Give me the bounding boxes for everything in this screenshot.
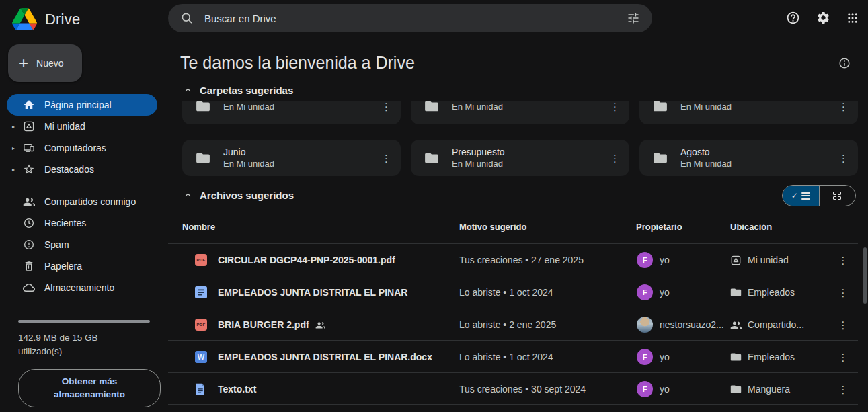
list-view-icon: [801, 192, 810, 200]
topbar-actions: [786, 11, 859, 25]
sidebar-item-my-drive[interactable]: ▸ Mi unidad: [7, 116, 157, 137]
more-options-button[interactable]: ⋮: [838, 384, 849, 395]
search-bar[interactable]: [168, 4, 652, 32]
storage-progress-bar: [18, 320, 150, 323]
sidebar-item-label: Almacenamiento: [44, 282, 114, 293]
owner-avatar: F: [637, 252, 653, 268]
column-header-owner[interactable]: Propietario: [636, 222, 682, 232]
get-more-storage-button[interactable]: Obtener más almacenamiento: [18, 369, 161, 407]
folder-icon: [424, 152, 439, 164]
table-row[interactable]: PDF CIRCULAR DGCP44-PNP-2025-0001.pdf Tu…: [168, 243, 858, 276]
check-icon: ✓: [791, 191, 798, 200]
folder-card-presupuesto[interactable]: Presupuesto En Mi unidad ⋮: [411, 140, 629, 176]
folder-cards-row-clipped: En Mi unidad ⋮ En Mi unidad ⋮ En Mi unid…: [182, 101, 858, 124]
table-header: Nombre Motivo sugerido Propietario Ubica…: [168, 222, 858, 237]
folder-card[interactable]: En Mi unidad ⋮: [639, 101, 858, 124]
owner-avatar: F: [637, 284, 653, 300]
word-file-icon: W: [195, 351, 207, 363]
file-location: Mi unidad: [748, 255, 789, 265]
more-options-button[interactable]: ⋮: [381, 101, 391, 112]
folder-card[interactable]: En Mi unidad ⋮: [411, 101, 629, 124]
folder-card[interactable]: En Mi unidad ⋮: [182, 101, 401, 124]
table-row[interactable]: Texto.txt Tus creaciones • 30 sept 2024 …: [168, 372, 858, 405]
grid-view-icon: [833, 192, 841, 200]
folder-icon: [653, 101, 668, 112]
table-row[interactable]: EMPLEADOS JUNTA DISTRITAL EL PINAR Lo ab…: [168, 276, 858, 308]
sidebar-item-label: Recientes: [44, 218, 86, 229]
txt-file-icon: [195, 383, 206, 395]
expander-icon[interactable]: ▸: [12, 145, 22, 151]
table-row[interactable]: W EMPLEADOS JUNTA DISTRITAL EL PINAR.doc…: [168, 340, 858, 372]
sidebar-item-starred[interactable]: ▸ Destacados: [7, 159, 157, 180]
folder-cards-row: Junio En Mi unidad ⋮ Presupuesto En Mi u…: [182, 140, 858, 176]
owner-name: yo: [660, 255, 670, 265]
expander-icon[interactable]: ▸: [12, 124, 22, 130]
folder-icon: [730, 288, 742, 297]
file-name: Texto.txt: [218, 384, 256, 395]
new-button[interactable]: + Nuevo: [8, 44, 82, 82]
storage-usage-text: 142.9 MB de 15 GB utilizado(s): [18, 331, 126, 359]
gdoc-file-icon: [195, 286, 207, 298]
more-options-button[interactable]: ⋮: [838, 352, 849, 362]
section-title: Archivos sugeridos: [200, 190, 294, 201]
column-header-reason[interactable]: Motivo sugerido: [459, 222, 526, 232]
column-header-name[interactable]: Nombre: [182, 222, 215, 232]
more-options-button[interactable]: ⋮: [838, 153, 849, 163]
owner-name: yo: [660, 384, 670, 395]
owner-avatar: F: [637, 381, 653, 397]
search-input[interactable]: [204, 13, 627, 24]
column-header-location[interactable]: Ubicación: [730, 222, 772, 232]
sidebar-item-computers[interactable]: ▸ Computadoras: [7, 137, 157, 159]
more-options-button[interactable]: ⋮: [838, 255, 849, 265]
search-filters-icon[interactable]: [627, 11, 640, 25]
folder-icon: [196, 101, 210, 112]
sidebar-nav-primary: Página principal ▸ Mi unidad ▸ Computado…: [0, 94, 168, 180]
sidebar-item-shared-with-me[interactable]: Compartidos conmigo: [7, 191, 157, 212]
sidebar-item-recent[interactable]: Recientes: [7, 212, 157, 234]
info-icon[interactable]: [838, 57, 851, 69]
star-icon: [22, 163, 36, 175]
more-options-button[interactable]: ⋮: [838, 101, 849, 112]
folder-icon: [196, 152, 210, 164]
list-view-toggle[interactable]: ✓: [783, 186, 820, 206]
suggested-files-header[interactable]: Archivos sugeridos: [184, 190, 294, 201]
clock-icon: [22, 217, 36, 229]
drive-logo-row: Drive: [12, 8, 80, 30]
folder-location: En Mi unidad: [452, 159, 610, 169]
pdf-file-icon: PDF: [195, 254, 207, 266]
sidebar-item-spam[interactable]: Spam: [7, 234, 157, 255]
more-options-button[interactable]: ⋮: [381, 153, 391, 163]
table-row[interactable]: PDF BRIA BURGER 2.pdf Lo abriste • 2 ene…: [168, 308, 858, 340]
more-options-button[interactable]: ⋮: [610, 101, 620, 112]
more-options-button[interactable]: ⋮: [838, 288, 849, 298]
shared-people-icon: [730, 319, 742, 331]
files-table: PDF CIRCULAR DGCP44-PNP-2025-0001.pdf Tu…: [168, 243, 858, 405]
file-name: EMPLEADOS JUNTA DISTRITAL EL PINAR.docx: [218, 352, 432, 362]
vertical-scrollbar[interactable]: [863, 247, 867, 304]
file-reason: Lo abriste • 1 oct 2024: [459, 341, 553, 373]
suggested-folders-header[interactable]: Carpetas sugeridas: [184, 85, 293, 96]
sidebar-item-storage[interactable]: Almacenamiento: [7, 277, 157, 298]
folder-card-junio[interactable]: Junio En Mi unidad ⋮: [182, 140, 401, 176]
folder-location: En Mi unidad: [452, 101, 610, 112]
apps-grid-icon[interactable]: [846, 12, 859, 24]
expander-icon[interactable]: ▸: [12, 167, 22, 173]
file-reason: Lo abriste • 2 ene 2025: [459, 308, 556, 341]
help-icon[interactable]: [786, 11, 800, 25]
spam-icon: [22, 239, 36, 251]
folder-card-agosto[interactable]: Agosto En Mi unidad ⋮: [639, 140, 858, 176]
section-title: Carpetas sugeridas: [200, 85, 293, 96]
file-name: CIRCULAR DGCP44-PNP-2025-0001.pdf: [218, 255, 395, 265]
more-options-button[interactable]: ⋮: [838, 320, 849, 330]
grid-view-toggle[interactable]: [820, 186, 856, 206]
settings-gear-icon[interactable]: [816, 11, 830, 25]
page-title: Te damos la bienvenida a Drive: [180, 53, 415, 73]
sidebar-item-trash[interactable]: Papelera: [7, 255, 157, 277]
sidebar-item-label: Destacados: [44, 164, 94, 175]
owner-name: nestorsuazo2...: [660, 319, 724, 330]
storage-section: 142.9 MB de 15 GB utilizado(s) Obtener m…: [0, 320, 168, 407]
file-reason: Tus creaciones • 27 ene 2025: [459, 244, 584, 276]
sidebar-item-home[interactable]: Página principal: [7, 94, 157, 116]
folder-location: En Mi unidad: [223, 101, 381, 112]
more-options-button[interactable]: ⋮: [610, 153, 620, 163]
